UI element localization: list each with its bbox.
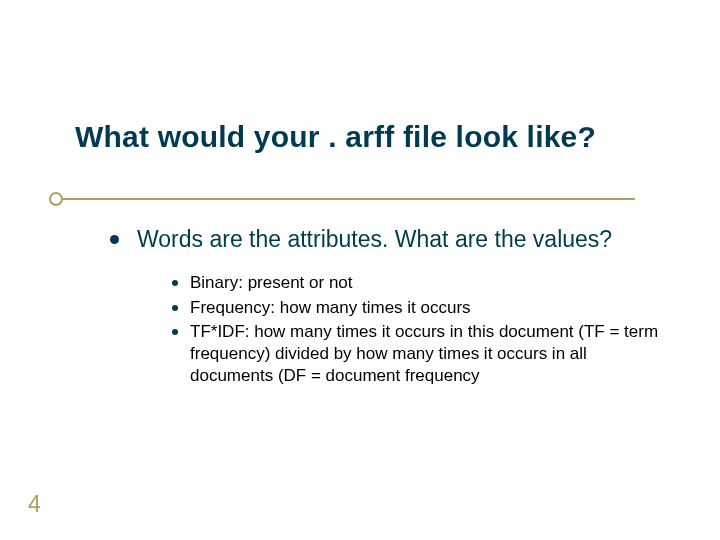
slide-title-area: What would your . arff file look like? — [75, 120, 680, 154]
page-number: 4 — [28, 491, 41, 518]
main-bullet-text: Words are the attributes. What are the v… — [137, 225, 612, 254]
slide-content: Words are the attributes. What are the v… — [110, 225, 660, 389]
slide-title: What would your . arff file look like? — [75, 120, 680, 154]
sub-bullet: Binary: present or not — [172, 272, 660, 294]
sub-bullet-text: Binary: present or not — [190, 272, 353, 294]
sub-bullet-list: Binary: present or not Frequency: how ma… — [172, 272, 660, 386]
sub-bullet-text: Frequency: how many times it occurs — [190, 297, 471, 319]
bullet-icon — [172, 305, 178, 311]
main-bullet: Words are the attributes. What are the v… — [110, 225, 660, 254]
bullet-icon — [110, 235, 119, 244]
sub-bullet: TF*IDF: how many times it occurs in this… — [172, 321, 660, 387]
bullet-icon — [172, 280, 178, 286]
svg-point-0 — [50, 193, 62, 205]
sub-bullet: Frequency: how many times it occurs — [172, 297, 660, 319]
title-underline — [0, 192, 720, 206]
bullet-icon — [172, 329, 178, 335]
sub-bullet-text: TF*IDF: how many times it occurs in this… — [190, 321, 660, 387]
